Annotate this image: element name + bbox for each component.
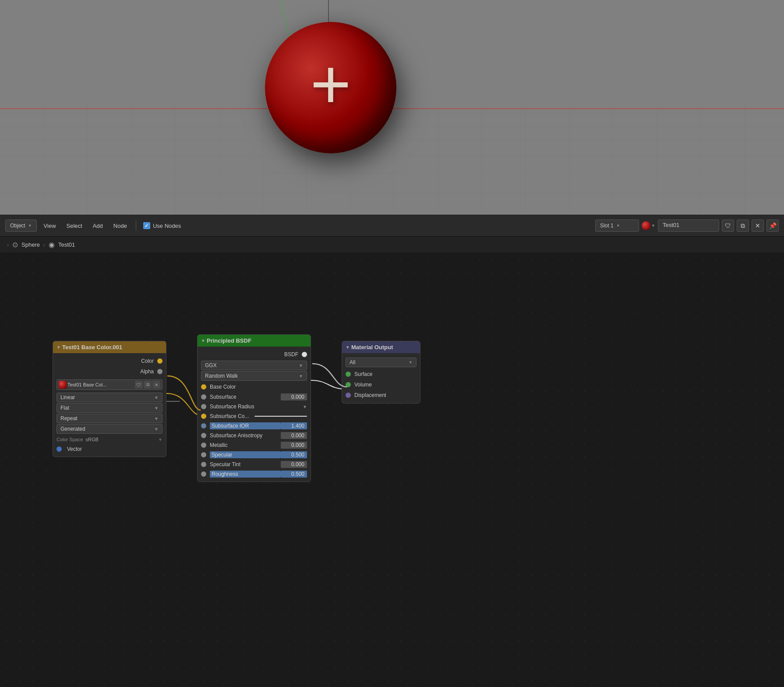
projection-label: Flat bbox=[60, 405, 69, 411]
slot-dropdown[interactable]: Slot 1 ▼ bbox=[595, 220, 639, 232]
projection-dropdown[interactable]: Flat ▼ bbox=[57, 403, 162, 413]
roughness-row: Roughness 0.500 bbox=[198, 469, 311, 479]
pin-icon: 📌 bbox=[769, 222, 777, 229]
sphere-mesh bbox=[265, 22, 396, 153]
bsdf-output-row: BSDF bbox=[198, 349, 311, 360]
subsurface-value[interactable]: 0.000 bbox=[281, 393, 307, 400]
specular-tint-label: Specular Tint bbox=[210, 461, 281, 467]
breadcrumb-arrow-1: › bbox=[7, 242, 9, 248]
subsurface-socket[interactable] bbox=[201, 394, 206, 400]
vector-label: Vector bbox=[67, 446, 82, 452]
subsurface-label: Subsurface bbox=[210, 394, 281, 400]
subsurface-ior-label: Subsurface IOR bbox=[210, 422, 281, 429]
extension-label: Repeat bbox=[60, 415, 78, 421]
close-icon-btn[interactable]: ✕ bbox=[752, 220, 764, 232]
interpolation-label: Linear bbox=[60, 394, 75, 400]
image-selector-row: Test01 Base Col... 🛡 ⧉ ✕ bbox=[53, 378, 166, 392]
viewport-3d[interactable] bbox=[0, 0, 784, 215]
material-preview-ball bbox=[642, 221, 650, 230]
subsurface-method-dropdown[interactable]: Random Walk ▼ bbox=[201, 371, 307, 381]
color-output-socket[interactable] bbox=[157, 358, 162, 364]
metallic-socket[interactable] bbox=[201, 443, 206, 448]
alpha-output-socket[interactable] bbox=[157, 369, 162, 374]
slot-label: Slot 1 bbox=[600, 223, 614, 229]
breadcrumb-sphere[interactable]: Sphere bbox=[21, 241, 40, 248]
select-menu[interactable]: Select bbox=[63, 220, 86, 232]
surface-label: Surface bbox=[354, 371, 372, 377]
source-dropdown[interactable]: Generated ▼ bbox=[57, 424, 162, 434]
subsurface-ior-socket[interactable] bbox=[201, 423, 206, 428]
material-breadcrumb-icon: ◉ bbox=[49, 241, 55, 249]
sphere-object bbox=[261, 18, 392, 149]
roughness-socket[interactable] bbox=[201, 471, 206, 477]
source-chevron-icon: ▼ bbox=[154, 427, 159, 432]
subsurface-radius-socket[interactable] bbox=[201, 404, 206, 409]
remove-small-icon[interactable]: ✕ bbox=[152, 381, 160, 389]
color-space-chevron-icon[interactable]: ▼ bbox=[158, 437, 162, 442]
subsurface-anisotropy-row: Subsurface Anisotropy 0.000 bbox=[198, 431, 311, 440]
color-socket-label: Color bbox=[141, 358, 154, 364]
distribution-dropdown[interactable]: GGX ▼ bbox=[201, 361, 307, 370]
specular-tint-socket[interactable] bbox=[201, 462, 206, 467]
metallic-value[interactable]: 0.000 bbox=[281, 442, 307, 449]
specular-tint-value[interactable]: 0.000 bbox=[281, 461, 307, 468]
displacement-input-socket[interactable] bbox=[346, 393, 351, 398]
subsurface-anisotropy-value[interactable]: 0.000 bbox=[281, 432, 307, 439]
surface-socket-row: Surface bbox=[342, 369, 420, 379]
slot-chevron-icon: ▼ bbox=[616, 223, 620, 228]
object-menu[interactable]: Object ▼ bbox=[5, 220, 37, 232]
vector-input-socket[interactable] bbox=[57, 446, 62, 452]
output-node-title: Material Output bbox=[351, 344, 393, 351]
shield-small-icon[interactable]: 🛡 bbox=[135, 381, 143, 389]
subsurface-co-label: Subsurface Co... bbox=[210, 413, 254, 419]
add-menu[interactable]: Add bbox=[89, 220, 106, 232]
object-chevron-icon: ▼ bbox=[28, 223, 32, 228]
texture-name: Test01 Base Col... bbox=[67, 382, 134, 387]
interpolation-chevron-icon: ▼ bbox=[154, 395, 159, 400]
interpolation-dropdown[interactable]: Linear ▼ bbox=[57, 393, 162, 402]
subsurface-co-socket[interactable] bbox=[201, 414, 206, 419]
color-space-value: sRGB bbox=[86, 437, 99, 442]
copy-icon: ⧉ bbox=[741, 222, 745, 230]
base-color-socket[interactable] bbox=[201, 384, 206, 390]
displacement-socket-row: Displacement bbox=[342, 390, 420, 400]
node-editor-canvas[interactable]: ▾ Test01 Base Color.001 Color Alpha Test… bbox=[0, 253, 784, 687]
color-socket-row: Color bbox=[53, 356, 166, 366]
material-name-field[interactable]: Test01 bbox=[658, 220, 719, 232]
extension-dropdown[interactable]: Repeat ▼ bbox=[57, 414, 162, 423]
material-output-node: ▾ Material Output All ▼ Surface Volume bbox=[342, 341, 420, 404]
use-nodes-checkbox[interactable] bbox=[143, 222, 150, 229]
subsurface-radius-label: Subsurface Radius bbox=[210, 404, 303, 410]
texture-thumbnail bbox=[59, 381, 67, 389]
copy-small-icon[interactable]: ⧉ bbox=[144, 381, 152, 389]
specular-value[interactable]: 0.500 bbox=[281, 451, 307, 458]
shield-icon-btn[interactable]: 🛡 bbox=[722, 220, 734, 232]
subsurface-method-label: Random Walk bbox=[205, 373, 238, 379]
copy-icon-btn[interactable]: ⧉ bbox=[737, 220, 749, 232]
subsurface-anisotropy-socket[interactable] bbox=[201, 433, 206, 438]
toolbar-right: Slot 1 ▼ ▼ Test01 🛡 ⧉ ✕ 📌 bbox=[595, 220, 779, 232]
specular-socket[interactable] bbox=[201, 452, 206, 457]
bsdf-output-socket[interactable] bbox=[302, 352, 307, 357]
texture-node-title: Test01 Base Color.001 bbox=[62, 344, 122, 351]
distribution-label: GGX bbox=[205, 362, 217, 368]
target-dropdown[interactable]: All ▼ bbox=[346, 358, 417, 367]
breadcrumb-test01[interactable]: Test01 bbox=[58, 241, 75, 248]
roughness-label: Roughness bbox=[210, 471, 281, 478]
use-nodes-label: Use Nodes bbox=[153, 223, 181, 229]
volume-input-socket[interactable] bbox=[346, 382, 351, 387]
subsurface-co-value[interactable] bbox=[254, 416, 307, 417]
use-nodes-toggle[interactable]: Use Nodes bbox=[143, 222, 181, 229]
output-chevron-icon: ▾ bbox=[346, 345, 349, 350]
volume-socket-row: Volume bbox=[342, 379, 420, 390]
view-menu[interactable]: View bbox=[40, 220, 60, 232]
alpha-socket-row: Alpha bbox=[53, 366, 166, 377]
roughness-value[interactable]: 0.500 bbox=[281, 471, 307, 478]
surface-input-socket[interactable] bbox=[346, 372, 351, 377]
displacement-label: Displacement bbox=[354, 392, 386, 398]
target-chevron-icon: ▼ bbox=[409, 360, 413, 365]
pin-icon-btn[interactable]: 📌 bbox=[766, 220, 779, 232]
texture-node: ▾ Test01 Base Color.001 Color Alpha Test… bbox=[53, 341, 166, 457]
node-menu[interactable]: Node bbox=[110, 220, 131, 232]
subsurface-ior-value[interactable]: 1.400 bbox=[281, 422, 307, 429]
